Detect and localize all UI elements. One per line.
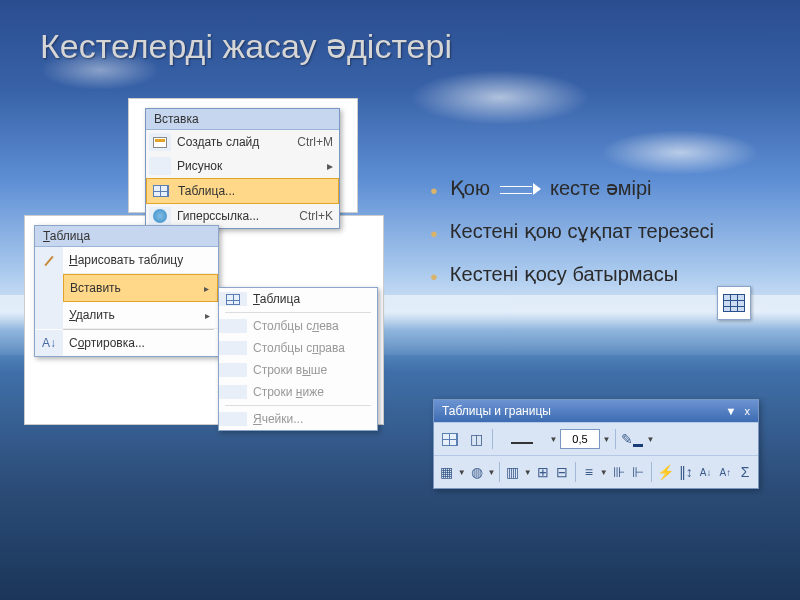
bullet-item: Қою кесте әмірі (430, 175, 750, 202)
sort-asc-button[interactable]: A↓ (697, 460, 715, 484)
menu-header: Таблица (35, 226, 218, 247)
insert-submenu: Таблица Столбцы слева Столбцы справа Стр… (218, 287, 378, 431)
autoformat-button[interactable]: ⚡ (656, 460, 675, 484)
chevron-down-icon[interactable]: ▼ (458, 468, 466, 477)
bullet-text: кесте әмірі (550, 175, 651, 202)
chevron-down-icon[interactable]: ▼ (487, 468, 495, 477)
distribute-cols-button[interactable]: ⊩ (629, 460, 647, 484)
bullet-text: Қою (450, 175, 490, 202)
tables-borders-toolbar: Таблицы и границы ▼ x ◫ ▼ ▼ ✎ ▼ ▦ ▼ ◍ ▼ … (433, 399, 759, 489)
submenu-item-rows-above[interactable]: Строки выше (219, 359, 377, 381)
draw-table-button[interactable] (438, 427, 462, 451)
chevron-down-icon[interactable]: ▼ (549, 435, 558, 444)
table-icon (219, 292, 247, 306)
menu-item-new-slide[interactable]: Создать слайд Ctrl+M (146, 130, 339, 154)
pen-color-button[interactable]: ✎ (620, 427, 644, 451)
line-style-button[interactable] (497, 427, 547, 451)
submenu-arrow-icon: ▸ (204, 283, 209, 294)
bullet-item: Кестені қосу батырмасы (430, 261, 750, 288)
line-width-input[interactable] (560, 429, 600, 449)
chevron-down-icon[interactable]: ▼ (602, 435, 611, 444)
insert-menu: Вставка Создать слайд Ctrl+M Рисунок ▸ Т… (145, 108, 340, 229)
insert-table-button[interactable]: ▥ (504, 460, 522, 484)
submenu-item-table[interactable]: Таблица (219, 288, 377, 310)
submenu-arrow-icon: ▸ (205, 310, 210, 321)
bullet-text: Кестені қою сұқпат терезесі (450, 218, 714, 245)
chevron-down-icon[interactable]: ▼ (524, 468, 532, 477)
menu-item-draw-table[interactable]: Нарисовать таблицу (63, 247, 218, 274)
close-icon[interactable]: x (745, 405, 751, 417)
submenu-arrow-icon: ▸ (327, 159, 333, 173)
toolbar-title[interactable]: Таблицы и границы ▼ x (434, 400, 758, 422)
align-button[interactable]: ≡ (580, 460, 598, 484)
merge-cells-button[interactable]: ⊞ (534, 460, 552, 484)
fill-color-button[interactable]: ◍ (468, 460, 486, 484)
blank-icon (149, 157, 171, 175)
slide-title: Кестелерді жасау әдістері (40, 26, 452, 66)
bullet-list: Қою кесте әмірі Кестені қою сұқпат терез… (430, 175, 750, 304)
arrow-icon (500, 184, 540, 194)
autosum-button[interactable]: Σ (736, 460, 754, 484)
blank-icon (35, 274, 63, 302)
table-menu: Таблица Нарисовать таблицу Вставить ▸ Уд… (34, 225, 219, 357)
text-direction-button[interactable]: ‖↕ (677, 460, 695, 484)
sort-icon: А↓ (35, 330, 63, 356)
globe-icon (149, 207, 171, 225)
menu-header: Вставка (146, 109, 339, 130)
menu-item-picture[interactable]: Рисунок ▸ (146, 154, 339, 178)
blank-icon (35, 302, 63, 329)
menu-label: Вставить (64, 281, 121, 295)
chevron-down-icon[interactable]: ▼ (646, 435, 655, 444)
menu-shortcut: Ctrl+K (299, 209, 333, 223)
minimize-icon[interactable]: ▼ (726, 405, 737, 417)
table-icon (723, 294, 745, 312)
submenu-item-rows-below[interactable]: Строки ниже (219, 381, 377, 403)
borders-button[interactable]: ▦ (438, 460, 456, 484)
bullet-item: Кестені қою сұқпат терезесі (430, 218, 750, 245)
menu-label: Таблица... (178, 184, 235, 198)
toolbar-row-2: ▦ ▼ ◍ ▼ ▥ ▼ ⊞ ⊟ ≡ ▼ ⊪ ⊩ ⚡ ‖↕ A↓ A↑ Σ (434, 455, 758, 488)
menu-item-sort[interactable]: Сортировка... (63, 330, 218, 356)
menu-item-table[interactable]: Таблица... (146, 178, 339, 204)
slide-icon (149, 133, 171, 151)
submenu-item-cells[interactable]: Ячейки... (219, 408, 377, 430)
insert-table-button[interactable] (717, 286, 751, 320)
distribute-rows-button[interactable]: ⊪ (610, 460, 628, 484)
toolbar-title-text: Таблицы и границы (442, 404, 551, 418)
menu-shortcut: Ctrl+M (297, 135, 333, 149)
menu-item-insert[interactable]: Вставить ▸ (63, 274, 218, 302)
split-cells-button[interactable]: ⊟ (554, 460, 572, 484)
menu-label: Гиперссылка... (177, 209, 259, 223)
toolbar-row-1: ◫ ▼ ▼ ✎ ▼ (434, 422, 758, 455)
table-icon (150, 182, 172, 200)
pencil-icon (35, 247, 63, 274)
bullet-text: Кестені қосу батырмасы (450, 261, 678, 288)
chevron-down-icon[interactable]: ▼ (600, 468, 608, 477)
menu-label: Создать слайд (177, 135, 259, 149)
submenu-item-cols-left[interactable]: Столбцы слева (219, 315, 377, 337)
submenu-item-cols-right[interactable]: Столбцы справа (219, 337, 377, 359)
menu-item-delete[interactable]: Удалить ▸ (63, 302, 218, 329)
menu-label: Рисунок (177, 159, 222, 173)
eraser-button[interactable]: ◫ (464, 427, 488, 451)
sort-desc-button[interactable]: A↑ (717, 460, 735, 484)
